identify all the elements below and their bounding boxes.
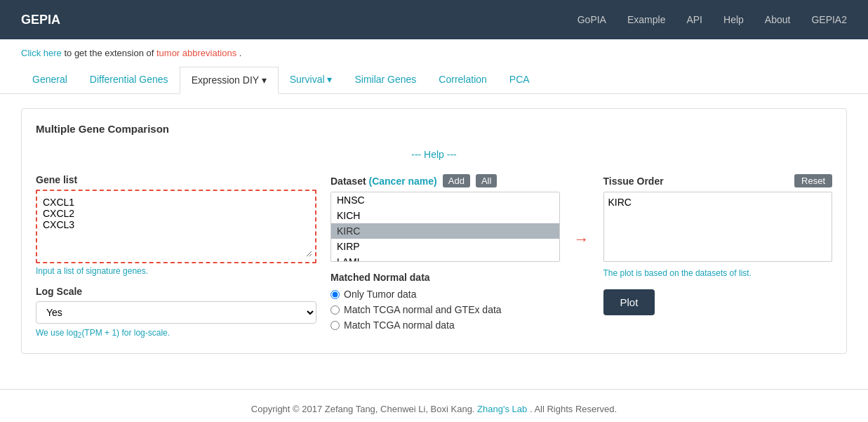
tab-correlation[interactable]: Correlation [427,67,498,93]
dataset-col: Dataset (Cancer name) Add All HNSC KICH … [330,174,560,331]
nav-gepia2[interactable]: GEPIA2 [811,14,847,25]
nav-gopia[interactable]: GoPIA [577,14,606,25]
nav-example[interactable]: Example [627,14,665,25]
option-hnsc: HNSC [331,192,559,208]
tissue-order-label: Tissue Order [603,176,664,187]
card-title: Multiple Gene Comparison [36,123,832,135]
option-kich: KICH [331,208,559,223]
gene-list-input[interactable] [40,194,312,257]
tab-general[interactable]: General [21,67,79,93]
log-note: We use log2(TPM + 1) for log-scale. [36,328,316,339]
nav-api[interactable]: API [686,14,702,25]
option-kirc: KIRC [331,223,559,239]
header: GEPIA GoPIA Example API Help About GEPIA… [0,0,868,39]
gene-list-label: Gene list [36,174,316,185]
header-nav: GoPIA Example API Help About GEPIA2 [577,14,847,25]
tissue-note: The plot is based on the datasets of lis… [603,268,833,278]
gene-list-hint: Input a list of signature genes. [36,266,316,276]
log-scale-label: Log Scale [36,286,316,297]
footer-text: Copyright © 2017 Zefang Tang, Chenwei Li… [251,404,477,414]
tumor-abbr-text: tumor abbreviations [156,48,236,58]
tab-expression-diy[interactable]: Expression DIY ▾ [180,67,279,94]
radio-match-tcga[interactable]: Match TCGA normal data [330,319,560,331]
logo: GEPIA [21,13,577,27]
dataset-label: Dataset (Cancer name) [330,176,437,187]
banner-middle: to get the extension of [64,48,156,58]
tumor-abbr-link[interactable]: Click here [21,48,62,58]
nav-help[interactable]: Help [723,14,744,25]
reset-button[interactable]: Reset [794,174,832,187]
card: Multiple Gene Comparison --- Help --- Ge… [21,108,847,354]
arrow-right-icon: → [574,230,589,249]
log-scale-select[interactable]: Yes No [36,301,316,324]
help-link[interactable]: --- Help --- [36,149,832,160]
tab-pca[interactable]: PCA [498,67,541,93]
matched-normal-label: Matched Normal data [330,272,560,283]
tab-similar-genes[interactable]: Similar Genes [343,67,427,93]
arrow-col: → [574,174,589,249]
gene-list-col: Gene list Input a list of signature gene… [36,174,316,339]
option-kirp: KIRP [331,239,559,254]
tab-differential-genes[interactable]: Differential Genes [79,67,180,93]
nav-about[interactable]: About [765,14,791,25]
add-button[interactable]: Add [443,174,470,187]
dataset-header: Dataset (Cancer name) Add All [330,174,560,187]
all-button[interactable]: All [476,174,497,187]
tab-survival[interactable]: Survival ▾ [279,67,344,93]
plot-button[interactable]: Plot [603,289,655,315]
option-laml: LAML [331,254,559,262]
tissue-header: Tissue Order Reset [603,174,833,187]
radio-only-tumor[interactable]: Only Tumor data [330,289,560,300]
footer-end: . All Rights Reserved. [530,404,617,414]
banner-end: . [239,48,242,58]
tissue-col: Tissue Order Reset KIRC The plot is base… [603,174,833,315]
main-content: Multiple Gene Comparison --- Help --- Ge… [0,94,868,368]
footer-lab-link[interactable]: Zhang's Lab [477,404,527,414]
dataset-listbox[interactable]: HNSC KICH KIRC KIRP LAML [330,192,560,262]
radio-group: Only Tumor data Match TCGA normal and GT… [330,289,560,331]
tab-bar: General Differential Genes Expression DI… [0,67,868,94]
radio-match-tcga-gtex[interactable]: Match TCGA normal and GTEx data [330,304,560,315]
columns-layout: Gene list Input a list of signature gene… [36,174,832,339]
gene-list-wrapper [36,190,316,263]
footer: Copyright © 2017 Zefang Tang, Chenwei Li… [0,389,868,422]
tissue-order-input[interactable]: KIRC [603,192,833,262]
top-banner: Click here to get the extension of tumor… [0,39,868,67]
